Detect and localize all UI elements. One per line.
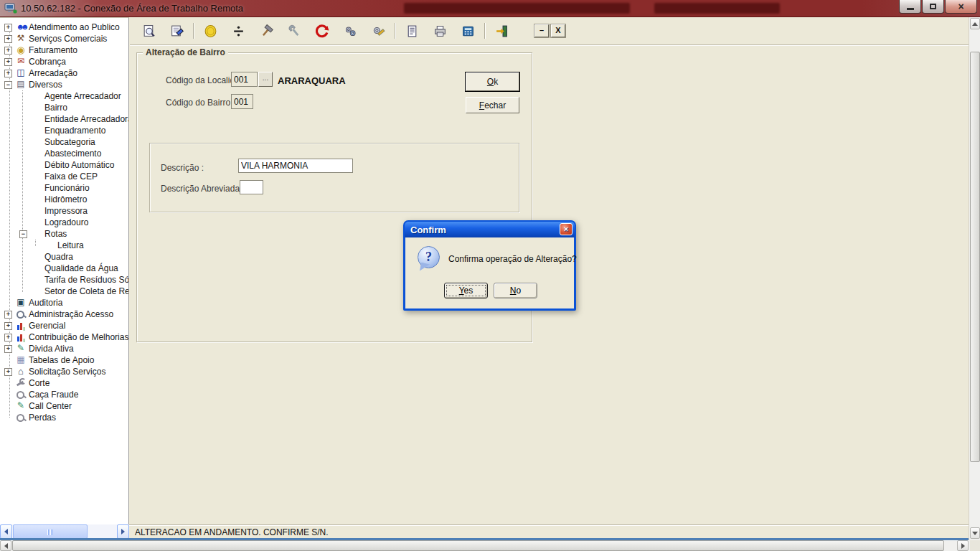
mdi-minimize-button[interactable]: – xyxy=(534,24,549,37)
tree-expander-plus-icon[interactable]: + xyxy=(4,322,12,330)
tree-horizontal-scrollbar[interactable] xyxy=(0,524,129,539)
tree-item-label: Solicitação Serviços xyxy=(29,367,105,377)
tree-item-quadra[interactable]: Quadra xyxy=(0,251,128,263)
tree-item-abastecimento[interactable]: Abastecimento xyxy=(0,148,128,159)
tree-item-administra-o-acesso[interactable]: +Administração Acesso xyxy=(0,309,128,320)
horizontal-scrollbar-thumb[interactable] xyxy=(12,540,944,551)
tree-expander-plus-icon[interactable]: + xyxy=(4,58,12,66)
exit-icon[interactable] xyxy=(493,22,510,39)
tree-item-atendimento-ao-publico[interactable]: +Atendimento ao Publico xyxy=(0,22,128,33)
scroll-right-button[interactable] xyxy=(957,540,969,551)
rdp-titlebar[interactable]: 10.50.62.182 - Conexão de Área de Trabal… xyxy=(0,0,980,17)
groupbox-title: Alteração de Bairro xyxy=(143,47,228,57)
tree-expander-plus-icon[interactable]: + xyxy=(4,368,12,376)
tree-item-cobran-a[interactable]: +Cobrança xyxy=(0,56,128,67)
bairro-input[interactable] xyxy=(231,94,253,109)
tree-item-label: Tarifa de Resíduos Sólid xyxy=(44,275,128,285)
cancel-icon[interactable] xyxy=(314,22,331,39)
tree-item-divida-ativa[interactable]: +Divida Ativa xyxy=(0,343,128,354)
tree-item-gerencial[interactable]: +Gerencial xyxy=(0,320,128,331)
localidade-browse-button[interactable]: ... xyxy=(258,72,273,87)
tree-item-funcion-rio[interactable]: Funcionário xyxy=(0,182,128,194)
tree-item-agente-arrecadador[interactable]: Agente Arrecadador xyxy=(0,90,128,102)
tree-item-rotas[interactable]: −Rotas xyxy=(0,228,128,240)
tree-item-d-bito-autom-tico[interactable]: Débito Automático xyxy=(0,159,128,171)
descricao-input[interactable] xyxy=(238,159,353,173)
scroll-down-button[interactable] xyxy=(970,527,980,539)
scroll-left-button[interactable] xyxy=(0,524,12,539)
tree-item-logradouro[interactable]: Logradouro xyxy=(0,217,128,228)
tree-item-entidade-arrecadadora[interactable]: Entidade Arrecadadora xyxy=(0,113,128,125)
tree-item-label: Leitura xyxy=(57,240,84,250)
tree-item-enquadramento[interactable]: Enquadramento xyxy=(0,125,128,136)
rdp-vertical-scrollbar[interactable] xyxy=(969,17,980,540)
tree-item-auditoria[interactable]: Auditoria xyxy=(0,297,128,309)
divide-icon[interactable] xyxy=(230,22,247,39)
fechar-button[interactable]: Fechar xyxy=(466,97,519,113)
dialog-close-button[interactable]: × xyxy=(560,223,573,235)
tree-item-bairro[interactable]: Bairro xyxy=(0,102,128,113)
scroll-left-button[interactable] xyxy=(0,540,11,551)
tree-item-impressora[interactable]: Impressora xyxy=(0,205,128,217)
wrench-icon[interactable] xyxy=(286,22,303,39)
scroll-up-button[interactable] xyxy=(970,18,980,29)
mail-icon xyxy=(15,57,27,67)
tree-item-hidr-metro[interactable]: Hidrômetro xyxy=(0,194,128,205)
hammer-icon[interactable] xyxy=(258,22,275,39)
tree-expander-minus-icon[interactable]: − xyxy=(4,81,12,89)
localidade-input[interactable] xyxy=(231,72,258,87)
tree-expander-plus-icon[interactable]: + xyxy=(4,70,12,77)
tree-item-arrecada-o[interactable]: +Arrecadação xyxy=(0,67,128,79)
yes-button[interactable]: Yes xyxy=(444,283,488,298)
rdp-horizontal-scrollbar[interactable] xyxy=(0,540,970,551)
restore-button[interactable] xyxy=(922,0,944,14)
tree-item-call-center[interactable]: Call Center xyxy=(0,400,128,412)
gears-icon[interactable] xyxy=(341,22,359,39)
preview-icon[interactable] xyxy=(140,22,157,39)
close-button[interactable]: × xyxy=(945,0,977,14)
tree-expander-minus-icon[interactable]: − xyxy=(19,230,27,238)
tree-expander-plus-icon[interactable]: + xyxy=(4,24,12,32)
tree-scrollbar-thumb[interactable] xyxy=(13,524,88,539)
tree-item-subcategoria[interactable]: Subcategoria xyxy=(0,136,128,148)
tree-item-diversos[interactable]: −Diversos xyxy=(0,79,128,90)
gear-edit-icon[interactable] xyxy=(369,22,387,39)
descricao-abreviada-input[interactable] xyxy=(240,180,263,194)
tree-item-contribui-o-de-melhorias[interactable]: +Contribuição de Melhorias xyxy=(0,331,128,343)
print-icon[interactable] xyxy=(431,22,448,39)
tree-item-solicita-o-servi-os[interactable]: +Solicitação Serviços xyxy=(0,366,128,377)
tree-item-servi-os-comerciais[interactable]: +Serviços Comerciais xyxy=(0,33,128,44)
report-icon[interactable] xyxy=(403,22,420,39)
tree-item-tabelas-de-apoio[interactable]: Tabelas de Apoio xyxy=(0,354,128,366)
ok-button[interactable]: Ok xyxy=(466,72,519,91)
arrow-left-icon xyxy=(4,543,8,549)
tree-item-ca-a-fraude[interactable]: Caça Fraude xyxy=(0,389,128,400)
tree-expander-plus-icon[interactable]: + xyxy=(4,345,12,353)
tree-item-label: Setor de Coleta de Resí xyxy=(44,286,128,296)
confirm-dialog-titlebar[interactable]: Confirm × xyxy=(405,222,575,237)
tree-item-label: Tabelas de Apoio xyxy=(29,355,94,365)
mdi-close-button[interactable]: X xyxy=(551,24,565,37)
tree-item-faturamento[interactable]: +Faturamento xyxy=(0,44,128,56)
tree-item-faixa-de-cep[interactable]: Faixa de CEP xyxy=(0,171,128,182)
tree-expander-plus-icon[interactable]: + xyxy=(4,334,12,342)
tree-expander-plus-icon[interactable]: + xyxy=(4,35,12,43)
tree-item-label: Contribuição de Melhorias xyxy=(29,332,128,342)
tree-item-corte[interactable]: Corte xyxy=(0,377,128,389)
hand-icon xyxy=(15,344,27,354)
tree-item-tarifa-de-res-duos-s-lid[interactable]: Tarifa de Resíduos Sólid xyxy=(0,274,128,286)
tree-expander-plus-icon[interactable]: + xyxy=(4,311,12,319)
monitor-icon xyxy=(15,298,27,308)
minimize-button[interactable] xyxy=(899,0,921,14)
tree-item-leitura[interactable]: Leitura xyxy=(0,240,128,251)
tree-item-qualidade-da-gua[interactable]: Qualidade da Água xyxy=(0,263,128,274)
tree-item-perdas[interactable]: Perdas xyxy=(0,412,128,423)
coin-icon[interactable] xyxy=(202,22,219,39)
vertical-scrollbar-thumb[interactable] xyxy=(970,52,980,462)
calculator-icon[interactable] xyxy=(459,22,476,39)
scroll-right-button[interactable] xyxy=(117,524,129,539)
tree-expander-plus-icon[interactable]: + xyxy=(4,47,12,55)
tree-item-setor-de-coleta-de-res[interactable]: Setor de Coleta de Resí xyxy=(0,286,128,297)
properties-icon[interactable] xyxy=(168,22,185,39)
no-button[interactable]: No xyxy=(494,283,537,298)
